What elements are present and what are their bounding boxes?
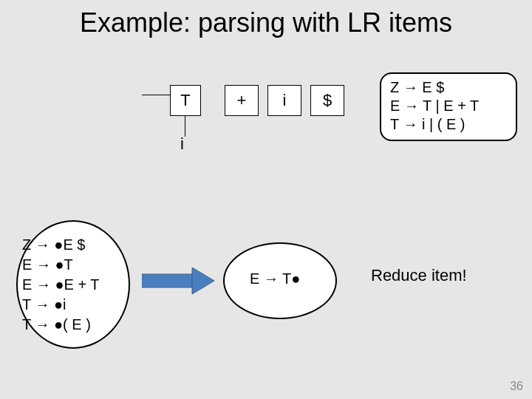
itemset-reduce-text: E → T● <box>250 270 300 287</box>
tree-connector-line <box>142 95 170 95</box>
tree-node-box: T <box>170 85 201 116</box>
grammar-line-0: Z → E $ <box>390 78 507 97</box>
tree-leaf-label: i <box>180 134 184 154</box>
grammar-line-1: E → T | E + T <box>390 97 507 115</box>
tree-stem-line <box>185 116 185 137</box>
input-cell-0: + <box>225 85 259 116</box>
svg-marker-1 <box>192 267 214 294</box>
transition-arrow <box>142 266 216 296</box>
slide-title: Example: parsing with LR items <box>0 7 532 38</box>
grammar-box: Z → E $ E → T | E + T T → i | ( E ) <box>380 72 517 141</box>
reduce-label: Reduce item! <box>371 266 467 285</box>
input-cell-2: $ <box>310 85 344 116</box>
page-number: 36 <box>510 380 523 393</box>
svg-rect-0 <box>142 274 192 287</box>
itemset-initial-text: Z → ●E $ E → ●T E → ●E + T T → ●i T → ●(… <box>22 235 100 335</box>
grammar-line-2: T → i | ( E ) <box>390 115 507 134</box>
input-cell-1: i <box>267 85 301 116</box>
